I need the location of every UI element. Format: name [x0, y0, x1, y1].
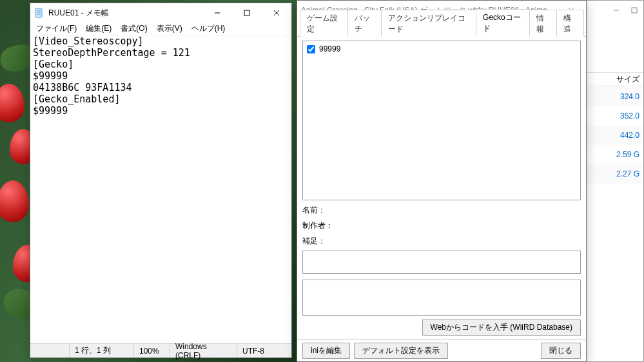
gecko-tab-body: 99999 名前： 制作者： 補足： Webからコードを入手 (WiiRD Da… — [297, 37, 586, 339]
background-list-window: サイズ 324.0 352.0 442.0 2.59 G 2.27 G — [586, 0, 644, 362]
status-zoom: 100% — [133, 344, 170, 357]
notepad-icon — [34, 8, 44, 18]
berry-decor — [0, 180, 29, 222]
properties-tabbar: ゲーム設定 パッチ アクションリプレイコード Geckoコード 情報 構造 — [297, 20, 586, 37]
edit-ini-button[interactable]: iniを編集 — [302, 343, 350, 359]
svg-rect-1 — [632, 8, 637, 13]
game-properties-window: Animal Crossing - City Folk (USA) ゲームデータ… — [297, 0, 587, 362]
bgwin-titlebar[interactable] — [587, 1, 643, 20]
menu-help[interactable]: ヘルプ(H) — [187, 22, 230, 35]
notepad-titlebar[interactable]: RUUE01 - メモ帳 — [30, 3, 291, 23]
status-eol: Windows (CRLF) — [170, 344, 237, 357]
tab-ar-codes[interactable]: アクションリプレイコード — [381, 10, 476, 37]
tab-gecko-codes[interactable]: Geckoコード — [476, 9, 530, 37]
note-textarea[interactable] — [302, 251, 581, 274]
close-button[interactable] — [262, 3, 291, 23]
notepad-textarea[interactable]: [Video_Stereoscopy] StereoDepthPercentag… — [30, 35, 291, 343]
label-name: 名前： — [302, 205, 336, 216]
menu-format[interactable]: 書式(O) — [116, 22, 151, 35]
maximize-button[interactable] — [232, 3, 262, 23]
tab-info[interactable]: 情報 — [529, 10, 557, 37]
berry-decor — [0, 84, 24, 122]
notepad-menubar: ファイル(F) 編集(E) 書式(O) 表示(V) ヘルプ(H) — [30, 23, 291, 35]
label-note: 補足： — [302, 236, 336, 247]
menu-file[interactable]: ファイル(F) — [32, 22, 81, 35]
gecko-code-list[interactable]: 99999 — [302, 41, 581, 200]
web-fetch-button[interactable]: Webからコードを入手 (WiiRD Database) — [422, 319, 581, 336]
notepad-window: RUUE01 - メモ帳 ファイル(F) 編集(E) 書式(O) 表示(V) ヘ… — [30, 3, 292, 358]
size-values: 324.0 352.0 442.0 2.59 G 2.27 G — [587, 87, 643, 184]
show-defaults-button[interactable]: デフォルト設定を表示 — [354, 343, 448, 359]
row-note: 補足： — [302, 235, 581, 247]
row-name: 名前： — [302, 204, 581, 216]
size-value[interactable]: 442.0 — [587, 126, 643, 145]
menu-edit[interactable]: 編集(E) — [81, 22, 116, 35]
note-field-wrap — [302, 251, 581, 276]
status-position: 1 行、1 列 — [69, 344, 133, 357]
row-author: 制作者： — [302, 220, 581, 231]
svg-rect-7 — [244, 10, 249, 15]
notepad-statusbar: 1 行、1 列 100% Windows (CRLF) UTF-8 — [30, 343, 291, 357]
size-value[interactable]: 2.27 G — [587, 164, 643, 184]
gecko-code-label: 99999 — [319, 44, 340, 53]
gecko-code-checkbox[interactable] — [307, 45, 315, 53]
status-encoding: UTF-8 — [237, 344, 291, 357]
notepad-title: RUUE01 - メモ帳 — [48, 8, 202, 19]
maximize-button[interactable] — [625, 1, 643, 20]
close-dialog-button[interactable]: 閉じる — [541, 343, 581, 359]
size-value[interactable]: 324.0 — [587, 87, 643, 106]
tab-structure[interactable]: 構造 — [556, 10, 584, 37]
properties-footer: iniを編集 デフォルト設定を表示 閉じる — [297, 339, 586, 361]
code-textarea[interactable] — [302, 280, 581, 316]
column-header-size[interactable]: サイズ — [587, 72, 643, 86]
tab-patch[interactable]: パッチ — [347, 10, 382, 37]
tab-game-settings[interactable]: ゲーム設定 — [300, 10, 348, 37]
label-author: 制作者： — [302, 220, 336, 231]
status-spacer — [30, 344, 69, 357]
svg-rect-2 — [35, 8, 42, 17]
size-value[interactable]: 352.0 — [587, 106, 643, 126]
gecko-code-item[interactable]: 99999 — [306, 44, 578, 54]
minimize-button[interactable] — [607, 1, 625, 20]
menu-view[interactable]: 表示(V) — [152, 22, 187, 35]
minimize-button[interactable] — [202, 3, 232, 23]
size-value[interactable]: 2.59 G — [587, 145, 643, 164]
